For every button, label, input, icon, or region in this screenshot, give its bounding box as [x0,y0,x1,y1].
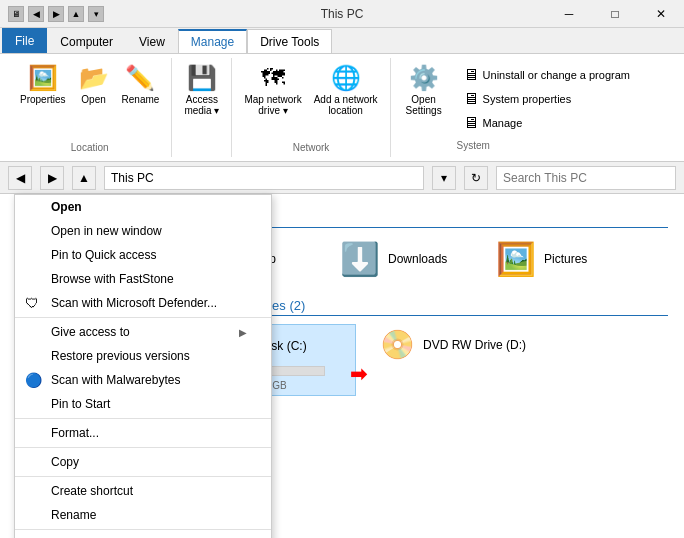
system-label: System [457,136,636,151]
window-title: This PC [321,7,364,21]
manage-button[interactable]: 🖥 Manage [457,112,636,134]
ctx-pin-quick-access[interactable]: Pin to Quick access [15,243,271,267]
properties-icon: 🖼️ [28,64,58,92]
ctx-restore-versions[interactable]: Restore previous versions [15,344,271,368]
ribbon: 🖼️ Properties 📂 Open ✏️ Rename Location … [0,54,684,162]
open-button[interactable]: 📂 Open [74,62,114,107]
folder-downloads[interactable]: ⬇️ Downloads [332,236,472,282]
ctx-open[interactable]: Open [15,195,271,219]
ctx-scan-defender[interactable]: 🛡 Scan with Microsoft Defender... [15,291,271,315]
recent-icon[interactable]: ▾ [88,6,104,22]
tab-file[interactable]: File [2,27,47,53]
add-location-icon: 🌐 [331,64,361,92]
settings-icon: ⚙️ [409,64,439,92]
drive-d-row: 📀 DVD RW Drive (D:) [380,328,544,361]
address-input[interactable] [104,166,424,190]
forward-nav-button[interactable]: ▶ [40,166,64,190]
ribbon-group-network: 🗺 Map networkdrive ▾ 🌐 Add a networkloca… [232,58,390,157]
main-area: ⭐ Quick access ☁️ OneDrive 💻 This PC 🌐 N… [0,194,684,538]
address-bar: ◀ ▶ ▲ ▾ ↻ [0,162,684,194]
network-buttons: 🗺 Map networkdrive ▾ 🌐 Add a networkloca… [240,62,381,138]
uninstall-button[interactable]: 🖥 Uninstall or change a program [457,64,636,86]
open-icon: 📂 [79,64,109,92]
open-settings-button[interactable]: ⚙️ OpenSettings [399,62,449,118]
ctx-separator-2 [15,418,271,419]
minimize-button[interactable]: ─ [546,0,592,28]
ribbon-tabs: File Computer View Manage Drive Tools [0,28,684,54]
location-label: Location [16,138,163,153]
ctx-rename[interactable]: Rename [15,503,271,527]
give-access-arrow-icon: ▶ [239,327,247,338]
context-menu: Open Open in new window Pin to Quick acc… [14,194,272,538]
ribbon-group-system: ⚙️ OpenSettings 🖥 Uninstall or change a … [391,58,652,157]
maximize-button[interactable]: □ [592,0,638,28]
malwarebytes-icon: 🔵 [25,372,42,388]
ctx-separator-4 [15,476,271,477]
ctx-open-new-window[interactable]: Open in new window [15,219,271,243]
ribbon-group-access-media: 💾 Accessmedia ▾ [172,58,232,157]
back-icon[interactable]: ◀ [28,6,44,22]
network-label: Network [240,138,381,153]
drive-d[interactable]: 📀 DVD RW Drive (D:) [372,324,552,396]
title-bar-icons: 🖥 ◀ ▶ ▲ ▾ [8,6,104,22]
rename-icon: ✏️ [125,64,155,92]
pictures-folder-icon: 🖼️ [496,240,536,278]
window-icon: 🖥 [8,6,24,22]
tab-computer[interactable]: Computer [47,29,126,53]
up-nav-button[interactable]: ▲ [72,166,96,190]
ctx-properties[interactable]: Properties [15,532,271,538]
ctx-browse-faststone[interactable]: Browse with FastStone [15,267,271,291]
add-location-button[interactable]: 🌐 Add a networklocation [310,62,382,118]
ctx-give-access[interactable]: Give access to ▶ [15,320,271,344]
window-controls: ─ □ ✕ [546,0,684,28]
address-dropdown[interactable]: ▾ [432,166,456,190]
progress-arrow-icon: ➡ [350,362,367,386]
manage-icon: 🖥 [463,114,479,132]
system-props-button[interactable]: 🖥 System properties [457,88,636,110]
search-input[interactable] [496,166,676,190]
tab-manage[interactable]: Manage [178,29,247,53]
forward-icon[interactable]: ▶ [48,6,64,22]
ctx-separator-1 [15,317,271,318]
access-media-icon: 💾 [187,64,217,92]
uninstall-icon: 🖥 [463,66,479,84]
system-links: 🖥 Uninstall or change a program 🖥 System… [449,62,644,153]
ctx-create-shortcut[interactable]: Create shortcut [15,479,271,503]
folder-pictures[interactable]: 🖼️ Pictures [488,236,628,282]
defender-icon: 🛡 [25,295,39,311]
ctx-pin-start[interactable]: Pin to Start [15,392,271,416]
downloads-folder-icon: ⬇️ [340,240,380,278]
ctx-separator-5 [15,529,271,530]
map-drive-button[interactable]: 🗺 Map networkdrive ▾ [240,62,305,118]
properties-button[interactable]: 🖼️ Properties [16,62,70,107]
ctx-format[interactable]: Format... [15,421,271,445]
tab-drive-tools[interactable]: Drive Tools [247,29,332,53]
tab-view[interactable]: View [126,29,178,53]
refresh-button[interactable]: ↻ [464,166,488,190]
up-icon[interactable]: ▲ [68,6,84,22]
map-drive-icon: 🗺 [261,64,285,92]
location-buttons: 🖼️ Properties 📂 Open ✏️ Rename [16,62,163,138]
title-bar: 🖥 ◀ ▶ ▲ ▾ This PC ─ □ ✕ [0,0,684,28]
access-media-button[interactable]: 💾 Accessmedia ▾ [180,62,223,118]
ctx-scan-malwarebytes[interactable]: 🔵 Scan with Malwarebytes [15,368,271,392]
close-button[interactable]: ✕ [638,0,684,28]
ctx-copy[interactable]: Copy [15,450,271,474]
ribbon-group-location: 🖼️ Properties 📂 Open ✏️ Rename Location [8,58,172,157]
rename-button[interactable]: ✏️ Rename [118,62,164,107]
back-nav-button[interactable]: ◀ [8,166,32,190]
system-props-icon: 🖥 [463,90,479,108]
drive-d-icon: 📀 [380,328,415,361]
ctx-separator-3 [15,447,271,448]
